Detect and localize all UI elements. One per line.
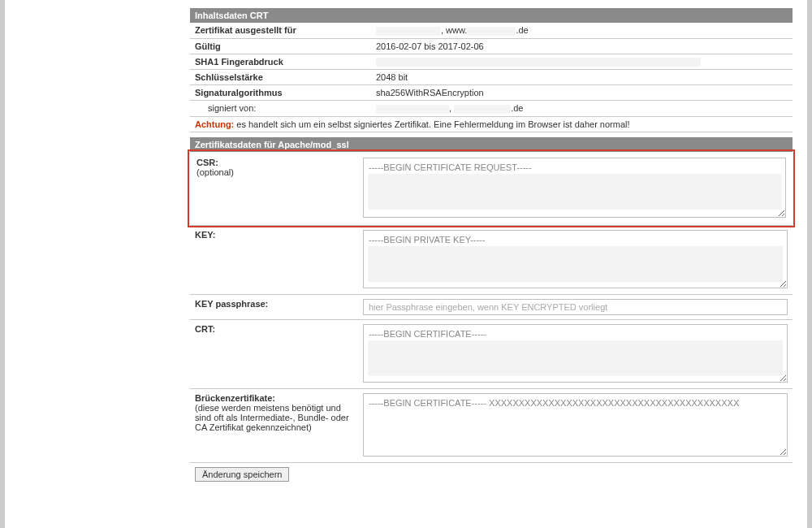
row-signed-by: signiert von: , .de (190, 101, 793, 117)
row-valid: Gültig 2016-02-07 bis 2017-02-06 (190, 38, 793, 54)
row-keystrength: Schlüsselstärke 2048 bit (190, 70, 793, 85)
csr-highlight-right (358, 149, 795, 227)
row-key: KEY: (190, 225, 793, 294)
value-sha1 (371, 54, 793, 70)
value-valid: 2016-02-07 bis 2017-02-06 (371, 38, 793, 54)
row-warning: Achtung: es handelt sich um ein selbst s… (190, 116, 793, 132)
label-sha1: SHA1 Fingerabdruck (190, 54, 371, 70)
value-signed-by: , .de (371, 101, 793, 117)
section-header-crt: Inhaltsdaten CRT (190, 8, 793, 23)
row-issued-for: Zertifikat ausgestellt für , www..de (190, 23, 793, 38)
save-button[interactable]: Änderung speichern (195, 467, 289, 482)
csr-highlight-left: CSR: (optional) (188, 149, 358, 227)
key-passphrase-input[interactable] (363, 299, 788, 315)
bridge-textarea[interactable] (363, 393, 788, 457)
window-chrome: Inhaltsdaten CRT Zertifikat ausgestellt … (0, 0, 812, 528)
label-keystrength: Schlüsselstärke (190, 70, 371, 85)
content-column: Inhaltsdaten CRT Zertifikat ausgestellt … (190, 0, 793, 486)
row-sigalg: Signaturalgorithmus sha256WithRSAEncrypt… (190, 85, 793, 101)
value-sigalg: sha256WithRSAEncryption (371, 85, 793, 101)
warning-label: Achtung: (195, 119, 234, 129)
label-crt: CRT: (190, 319, 358, 388)
label-key: KEY: (190, 225, 358, 294)
page: Inhaltsdaten CRT Zertifikat ausgestellt … (5, 0, 807, 528)
row-bridge: Brückenzertifikate: (diese werden meiste… (190, 388, 793, 462)
value-keystrength: 2048 bit (371, 70, 793, 85)
label-key-passphrase: KEY passphrase: (190, 294, 358, 319)
redacted-signer-part1 (376, 105, 449, 114)
row-crt: CRT: (190, 319, 793, 388)
row-key-passphrase: KEY passphrase: (190, 294, 793, 319)
row-sha1: SHA1 Fingerabdruck (190, 54, 793, 70)
label-issued-for: Zertifikat ausgestellt für (190, 23, 371, 38)
sublabel-csr: (optional) (197, 167, 353, 177)
redacted-domain-part2 (467, 27, 516, 36)
value-issued-for: , www..de (371, 23, 793, 38)
label-sigalg: Signaturalgorithmus (190, 85, 371, 101)
sublabel-bridge: (diese werden meistens benötigt und sind… (195, 403, 353, 432)
redacted-crt-body (368, 340, 783, 376)
warning-text: es handelt sich um ein selbst signiertes… (234, 119, 629, 129)
redacted-signer-part2 (454, 105, 511, 114)
crt-info-table: Zertifikat ausgestellt für , www..de Gül… (190, 23, 793, 132)
redacted-domain-part1 (376, 27, 441, 36)
redacted-sha1 (376, 58, 701, 67)
label-signed-by: signiert von: (190, 101, 371, 117)
label-bridge: Brückenzertifikate: (195, 393, 275, 403)
redacted-csr-body (368, 174, 781, 210)
label-valid: Gültig (190, 38, 371, 54)
apache-form: CSR: (optional) (190, 152, 793, 486)
label-csr: CSR: (197, 158, 218, 167)
row-save: Änderung speichern (190, 462, 793, 486)
row-csr: CSR: (optional) (190, 152, 793, 226)
redacted-key-body (368, 246, 783, 282)
